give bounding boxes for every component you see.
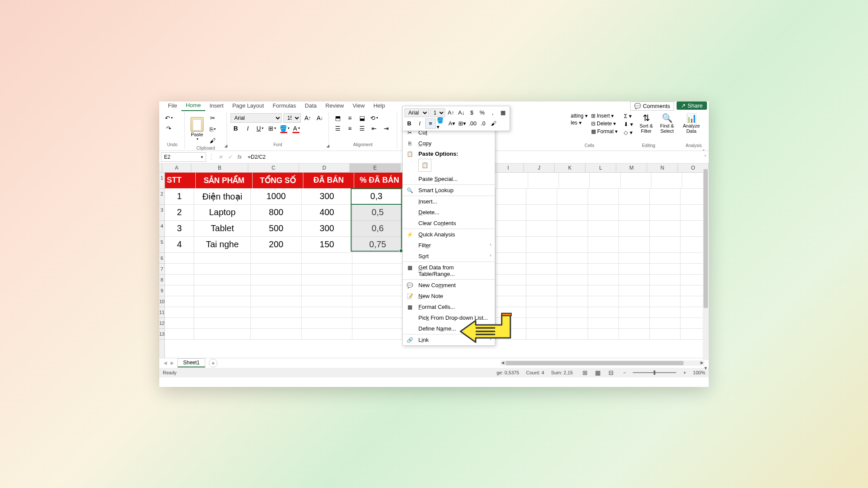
vertical-scrollbar[interactable]: [703, 169, 709, 360]
cell[interactable]: [165, 285, 194, 296]
cell[interactable]: [352, 318, 403, 328]
row-header-2[interactable]: 2: [159, 189, 164, 205]
scroll-down-button[interactable]: ▼: [704, 366, 708, 370]
redo-button[interactable]: ↷: [164, 123, 174, 134]
cell[interactable]: 0,75: [352, 237, 403, 252]
col-header-E[interactable]: E: [350, 164, 401, 172]
col-header-A[interactable]: A: [162, 164, 191, 172]
ctx-insert[interactable]: Insert...: [403, 196, 495, 207]
cell[interactable]: [619, 264, 650, 274]
cell[interactable]: Điện thoại: [194, 189, 251, 204]
row-header-8[interactable]: 8: [159, 275, 164, 285]
cell[interactable]: [619, 285, 650, 296]
cell[interactable]: [557, 237, 588, 252]
autosum-button[interactable]: Σ ▾: [624, 113, 633, 119]
ctx-quick-analysis[interactable]: ⚡Quick Analysis: [403, 229, 495, 240]
cell[interactable]: [165, 296, 194, 307]
cell[interactable]: [650, 296, 681, 307]
cell[interactable]: 500: [251, 221, 302, 236]
align-middle-button[interactable]: ≡: [345, 113, 355, 123]
align-right-button[interactable]: ☰: [357, 123, 367, 134]
zoom-level[interactable]: 100%: [693, 370, 705, 375]
cell[interactable]: [650, 275, 681, 285]
cell[interactable]: [557, 189, 588, 204]
cell[interactable]: [650, 237, 681, 252]
cell[interactable]: [619, 205, 650, 220]
cell[interactable]: 300: [302, 221, 352, 236]
align-left-button[interactable]: ☰: [332, 123, 343, 134]
row-header-3[interactable]: 3: [159, 205, 164, 221]
cell[interactable]: [352, 285, 403, 296]
increase-indent-button[interactable]: ⇥: [381, 123, 391, 134]
cell[interactable]: [588, 296, 619, 307]
row-header-11[interactable]: 11: [159, 307, 164, 318]
format-painter-button[interactable]: 🖌: [207, 135, 218, 146]
ctx-sort[interactable]: Sort›: [403, 251, 495, 262]
cell[interactable]: [650, 221, 681, 236]
cell[interactable]: [650, 285, 681, 296]
cell[interactable]: [526, 253, 557, 263]
cell[interactable]: [251, 275, 302, 285]
mini-comma-format[interactable]: ,: [488, 108, 497, 118]
cell[interactable]: 300: [302, 189, 352, 204]
row-header-7[interactable]: 7: [159, 264, 164, 275]
cell[interactable]: [650, 253, 681, 263]
fill-button[interactable]: ⬇ ▾: [624, 121, 633, 128]
collapse-ribbon-button[interactable]: ⌄: [702, 147, 705, 151]
ctx-filter[interactable]: Filter›: [403, 240, 495, 251]
cell[interactable]: [526, 275, 557, 285]
paste-button[interactable]: Paste▾: [188, 117, 206, 141]
cell[interactable]: [251, 253, 302, 263]
cell[interactable]: [165, 264, 194, 274]
cells-delete-button[interactable]: ⊟ Delete ▾: [591, 121, 618, 127]
font-color-button[interactable]: A▾: [291, 123, 302, 134]
cell[interactable]: [526, 329, 557, 339]
cell[interactable]: [496, 264, 526, 274]
cancel-formula-button[interactable]: ✕: [217, 154, 224, 160]
cell[interactable]: [619, 253, 650, 263]
cell[interactable]: [588, 329, 619, 339]
cell[interactable]: [526, 221, 557, 236]
cell[interactable]: [557, 275, 588, 285]
cell[interactable]: [619, 275, 650, 285]
analyze-data-button[interactable]: 📊 Analyze Data: [681, 113, 702, 134]
cell[interactable]: [302, 329, 352, 339]
page-break-view-button[interactable]: ⊟: [606, 367, 616, 378]
name-box[interactable]: E2▾: [161, 152, 206, 162]
ctx-get-data[interactable]: ▦Get Data from Table/Range...: [403, 262, 495, 279]
cell[interactable]: [526, 318, 557, 328]
cell[interactable]: [619, 318, 650, 328]
mini-font-color[interactable]: A▾: [447, 119, 457, 128]
cell[interactable]: 0,3: [352, 189, 403, 204]
cell[interactable]: [557, 285, 588, 296]
cell[interactable]: [352, 329, 403, 339]
add-sheet-button[interactable]: +: [209, 359, 217, 367]
mini-decrease-decimal[interactable]: .0: [478, 119, 488, 128]
mini-italic[interactable]: I: [415, 119, 424, 128]
cell[interactable]: [650, 189, 681, 204]
cell[interactable]: ĐÃ BÁN: [303, 173, 354, 188]
cell[interactable]: [194, 253, 251, 263]
cell[interactable]: [302, 296, 352, 307]
ctx-delete[interactable]: Delete...: [403, 207, 495, 218]
cell[interactable]: 150: [302, 237, 352, 252]
normal-view-button[interactable]: ⊞: [580, 367, 590, 378]
cell[interactable]: [302, 275, 352, 285]
row-header-1[interactable]: 1: [159, 173, 164, 189]
cell[interactable]: [588, 189, 619, 204]
cell[interactable]: [528, 173, 559, 188]
tab-formulas[interactable]: Formulas: [268, 102, 300, 111]
cell[interactable]: [619, 221, 650, 236]
cell[interactable]: [352, 253, 403, 263]
page-layout-view-button[interactable]: ▦: [593, 367, 603, 378]
cell[interactable]: [526, 285, 557, 296]
cell[interactable]: [588, 253, 619, 263]
cut-button[interactable]: ✂: [207, 113, 218, 123]
cell[interactable]: [165, 307, 194, 318]
row-header-4[interactable]: 4: [159, 221, 164, 237]
cell[interactable]: [588, 307, 619, 318]
cell[interactable]: Laptop: [194, 205, 251, 220]
zoom-out-button[interactable]: −: [623, 370, 626, 375]
cell[interactable]: [526, 264, 557, 274]
zoom-slider[interactable]: [633, 372, 676, 373]
